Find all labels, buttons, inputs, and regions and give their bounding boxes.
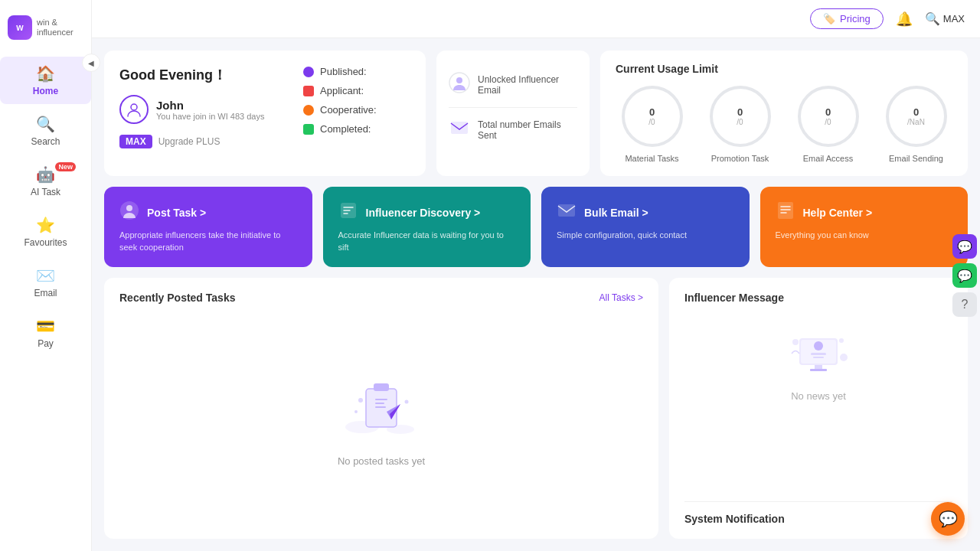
tasks-header: Recently Posted Tasks All Tasks > <box>119 292 643 304</box>
upgrade-row: MAX Upgrade PLUS <box>119 135 288 148</box>
influencer-discovery-card[interactable]: Influencer Discovery > Accurate Influenc… <box>323 187 531 267</box>
bulk-email-icon <box>557 201 577 225</box>
notification-bell[interactable]: 🔔 <box>896 11 913 28</box>
messages-card: Influencer Message <box>669 278 968 539</box>
email-access-circle: 0 /0 Email Access <box>798 86 859 164</box>
system-title: System Notification <box>684 513 952 525</box>
svg-rect-14 <box>375 403 384 404</box>
sidebar-item-pay[interactable]: 💳 Pay <box>0 309 91 357</box>
pricing-button[interactable]: 🏷️ Pricing <box>810 8 884 29</box>
sidebar-item-favourites[interactable]: ⭐ Favourites <box>0 208 91 256</box>
collapse-button[interactable]: ◀ <box>82 54 100 72</box>
pricing-icon: 🏷️ <box>823 13 835 24</box>
svg-rect-12 <box>374 383 389 391</box>
discovery-icon <box>338 201 358 225</box>
svg-point-5 <box>126 205 132 211</box>
chat-float-button[interactable]: 💬 <box>952 234 977 259</box>
user-name: John <box>156 99 264 112</box>
svg-point-28 <box>840 354 848 361</box>
svg-rect-7 <box>558 204 575 217</box>
all-tasks-link[interactable]: All Tasks > <box>599 292 643 303</box>
stat-completed: Completed: <box>303 123 410 135</box>
sidebar: w win &influencer ◀ 🏠 Home 🔍 Search 🤖 AI… <box>0 0 92 551</box>
user-search[interactable]: 🔍 MAX <box>925 11 965 26</box>
material-ring: 0 /0 <box>622 86 683 147</box>
svg-point-26 <box>792 339 799 345</box>
welcome-card: Good Evening！ John You have join in WI 4… <box>104 51 426 176</box>
help-center-card[interactable]: Help Center > Everything you can know <box>760 187 969 267</box>
post-task-icon <box>119 201 139 225</box>
logo-text: win &influencer <box>37 18 74 37</box>
promotion-task-circle: 0 /0 Promotion Task <box>710 86 771 164</box>
floating-buttons: 💬 💬 ? <box>952 234 980 317</box>
system-notification-section: System Notification <box>684 501 952 525</box>
sidebar-item-email[interactable]: ✉️ Email <box>0 259 91 306</box>
svg-point-18 <box>405 400 409 404</box>
sidebar-item-ai-task[interactable]: 🤖 AI Task New <box>0 158 91 205</box>
no-news-text: No news yet <box>791 390 846 402</box>
influencer-message-section: Influencer Message <box>684 292 952 491</box>
usage-card: Current Usage Limit 0 /0 Material Tasks … <box>600 51 968 176</box>
influencer-discovery-header: Influencer Discovery > <box>338 201 516 225</box>
svg-point-16 <box>358 398 363 403</box>
empty-tasks: No posted tasks yet <box>119 311 643 525</box>
wechat-float-button[interactable]: 💬 <box>952 263 977 288</box>
sidebar-item-home[interactable]: 🏠 Home <box>0 57 91 104</box>
bulk-email-header: Bulk Email > <box>557 201 734 225</box>
unlocked-email-stat: Unlocked Influencer Email <box>449 63 577 107</box>
cooperative-dot <box>303 105 314 116</box>
content-area: Good Evening！ John You have join in WI 4… <box>92 38 980 551</box>
help-center-header: Help Center > <box>776 201 953 225</box>
svg-rect-23 <box>813 357 824 358</box>
chat-fab-button[interactable]: 💬 <box>931 502 965 536</box>
stat-cooperative: Cooperative: <box>303 104 410 116</box>
post-task-header: Post Task > <box>119 201 297 225</box>
svg-point-27 <box>839 338 844 343</box>
main-content: 🏷️ Pricing 🔔 🔍 MAX Good Evening！ <box>92 0 980 551</box>
email-sending-circle: 0 /NaN Email Sending <box>886 86 947 164</box>
svg-rect-24 <box>815 365 822 369</box>
svg-rect-22 <box>811 353 826 355</box>
user-info: John You have join in WI 483 days <box>119 95 288 124</box>
stat-published: Published: <box>303 66 410 77</box>
max-badge: MAX <box>119 135 152 148</box>
post-task-card[interactable]: Post Task > Appropriate influencers take… <box>104 187 312 267</box>
usage-circles: 0 /0 Material Tasks 0 /0 Promotion Task <box>616 86 952 164</box>
star-icon: ⭐ <box>36 216 55 234</box>
help-center-icon <box>776 201 795 225</box>
completed-dot <box>303 124 314 135</box>
tasks-title: Recently Posted Tasks <box>119 292 235 304</box>
search-icon: 🔍 <box>36 115 55 133</box>
email-icon: ✉️ <box>36 266 55 285</box>
bulk-email-card[interactable]: Bulk Email > Simple configuration, quick… <box>541 187 750 267</box>
svg-rect-25 <box>810 369 827 371</box>
action-row: Post Task > Appropriate influencers take… <box>104 187 968 267</box>
published-dot <box>303 67 314 77</box>
email-stats-card: Unlocked Influencer Email Total number E… <box>436 51 590 176</box>
no-news-area: No news yet <box>684 311 952 417</box>
top-row: Good Evening！ John You have join in WI 4… <box>104 51 968 176</box>
total-sent-stat: Total number Emails Sent <box>449 107 577 152</box>
empty-tasks-text: No posted tasks yet <box>338 455 425 467</box>
svg-rect-8 <box>778 202 793 219</box>
svg-point-0 <box>131 104 137 110</box>
help-float-button[interactable]: ? <box>952 292 977 317</box>
welcome-left: Good Evening！ John You have join in WI 4… <box>119 66 288 161</box>
svg-rect-13 <box>375 399 387 400</box>
user-days: You have join in WI 483 days <box>156 112 264 121</box>
svg-rect-15 <box>375 406 386 408</box>
sidebar-item-search[interactable]: 🔍 Search <box>0 107 91 155</box>
email-access-ring: 0 /0 <box>798 86 859 147</box>
user-search-icon: 🔍 <box>925 11 940 26</box>
user-circle-icon <box>449 72 470 98</box>
bottom-row: Recently Posted Tasks All Tasks > <box>104 278 968 539</box>
upgrade-text: Upgrade PLUS <box>158 136 220 147</box>
stat-applicant: Applicant: <box>303 85 410 96</box>
envelope-icon <box>449 117 470 143</box>
empty-illustration <box>339 370 423 446</box>
logo-icon: w <box>8 15 32 40</box>
topbar: 🏷️ Pricing 🔔 🔍 MAX <box>92 0 980 38</box>
unlocked-email-text: Unlocked Influencer Email <box>478 74 577 96</box>
messages-title: Influencer Message <box>684 292 952 304</box>
greeting: Good Evening！ <box>119 66 288 84</box>
